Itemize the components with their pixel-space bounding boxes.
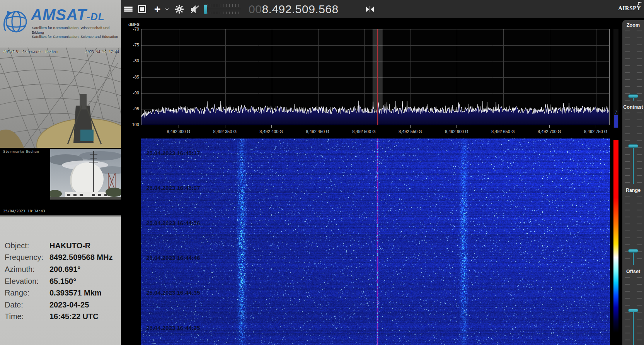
volume-slider[interactable] [204,0,241,18]
mute-button[interactable] [190,0,200,18]
y-axis-tick-label: -75 [124,43,139,47]
x-axis-tick-label: 8,492 350 G [213,129,237,134]
waterfall-panel: 25.04.2023 16:45:1725.04.2023 16:45:0725… [135,138,610,345]
settings-button[interactable] [174,0,184,18]
slider-fill [633,252,634,265]
slider-fill [633,147,634,184]
zoom-slider[interactable] [623,31,643,101]
hamburger-icon [124,6,133,12]
volume-slider-handle[interactable] [204,5,207,14]
contrast-slider-handle[interactable] [628,144,638,148]
amsat-logo-panel: AMSAT-DL Satelliten für Kommunikation, W… [0,0,121,48]
waterfall-timestamp: 25.04.2023 16:44:46 [146,254,200,261]
x-axis-tick-label: 8,492 400 G [259,129,283,134]
slider-label-range: Range [622,188,644,195]
webcam1-caption: AMSAT-DL Sternwarte Bochum [3,50,58,53]
slider-ticks [637,113,642,184]
amsat-title: AMSAT-DL [31,6,105,24]
tracking-row: Range:0.393571 Mkm [5,287,118,299]
y-axis-tick-label: -100 [124,122,139,127]
waterfall-canvas[interactable] [141,138,610,345]
dish-photo [0,48,121,148]
slider-ticks [625,196,630,265]
add-dropdown-button[interactable] [165,0,169,18]
tracking-row: Time:16:45:22 UTC [5,311,118,323]
slider-fill [633,97,634,101]
range-slider-handle[interactable] [628,249,638,253]
slider-ticks [637,196,642,265]
tracking-value: 16:45:22 UTC [49,312,99,321]
x-axis-tick-mark [410,125,411,128]
x-axis-tick-mark [457,125,457,128]
x-axis-tick-mark [364,125,364,128]
webcam-dish-view: AMSAT-DL Sternwarte Bochum 2023-04-25 17… [0,48,121,148]
contrast-slider[interactable] [623,113,643,184]
dome-photo [50,149,121,200]
x-axis-tick-label: 8,492 500 G [352,129,376,134]
volume-ticks-top [208,4,241,7]
webcam2-caption: Sternwarte Bochum [3,150,39,154]
spectrum-canvas[interactable] [141,29,609,125]
x-axis-tick-label: 8,492 650 G [491,129,515,134]
waterfall-timestamp: 25.04.2023 16:44:25 [146,325,200,331]
chevron-down-icon [165,8,169,10]
signal-level-meter: 7 [613,29,618,128]
x-axis-tick-mark [503,125,503,128]
stop-icon [138,5,146,13]
tracking-info-panel: Object:HAKUTO-RFrequency:8492.509568 MHz… [0,215,121,345]
x-axis-tick-label: 8,492 600 G [445,129,469,134]
frequency-display[interactable]: 008.492.509.568 [249,0,339,18]
tracking-label: Elevation: [5,277,49,286]
waterfall-timestamp: 25.04.2023 16:44:56 [146,220,200,226]
tracking-value: 65.150° [49,277,76,286]
left-panel: AMSAT-DL Satelliten für Kommunikation, W… [0,0,121,345]
amsat-subtitle: Satelliten für Kommunikation, Wissenscha… [32,26,121,39]
menu-button[interactable] [124,0,133,18]
y-axis-tick-label: -70 [124,27,139,31]
tracking-label: Frequency: [5,253,49,262]
globe-icon [3,6,29,36]
tracking-label: Time: [5,312,49,321]
airspy-logo: AIRSPY [618,5,641,12]
x-axis-tick-mark [596,125,596,128]
x-axis-tick-mark [225,125,225,128]
tracking-value: 8492.509568 MHz [49,253,112,262]
tracking-row: Date:2023-04-25 [5,299,118,311]
add-button[interactable]: + [154,0,160,18]
x-axis-tick-mark [318,125,318,128]
zoom-slider-handle[interactable] [628,94,638,98]
slider-ticks [637,31,642,101]
stop-button[interactable] [138,0,146,18]
offset-slider-handle[interactable] [628,309,638,312]
slider-label-offset: Offset [622,269,644,276]
waterfall-timestamp: 25.04.2023 16:45:17 [146,150,200,156]
offset-slider[interactable] [623,277,643,345]
gear-icon [174,4,184,14]
center-tune-button[interactable] [365,0,375,18]
tracking-value: 2023-04-25 [49,301,89,309]
tracking-value: 0.393571 Mkm [49,289,102,297]
tracking-row: Object:HAKUTO-R [5,240,118,252]
x-axis-tick-label: 8,492 450 G [306,129,329,134]
slider-fill [633,312,634,345]
range-slider[interactable] [623,196,643,265]
tracking-row: Azimuth:200.691° [5,263,118,275]
volume-track [208,9,241,9]
tracking-label: Date: [5,301,49,309]
waterfall-palette-bar [613,140,618,333]
x-axis-tick-mark [271,125,272,128]
x-axis-tick-label: 8,492 700 G [538,129,561,134]
spectrum-plot[interactable] [141,29,610,125]
y-axis-tick-label: -80 [124,58,139,63]
tracking-value: HAKUTO-R [49,241,90,250]
tracking-label: Object: [5,241,49,250]
webcam2-timestamp: 25/04/2023 18:34:43 [3,209,45,213]
spectrum-unit-label: dBFS [128,22,140,27]
x-axis-tick-label: 8,492 750 G [584,129,608,134]
tracking-label: Range: [5,289,49,297]
toolbar: + [121,0,644,18]
x-axis-tick-label: 8,492 550 G [399,129,422,134]
tune-center-icon [365,6,375,13]
tracking-value: 200.691° [49,265,80,274]
slider-label-zoom: Zoom [622,22,644,29]
